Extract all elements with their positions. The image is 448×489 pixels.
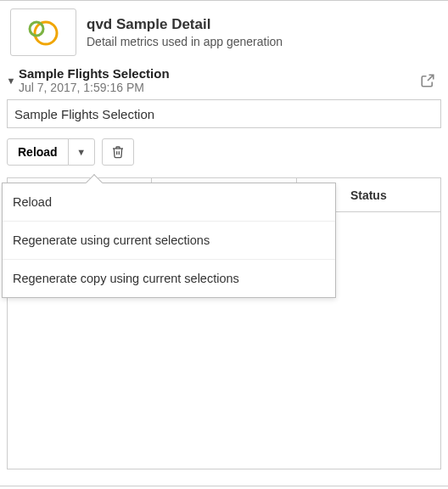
svg-point-0 (35, 22, 57, 44)
bottom-border (0, 486, 448, 489)
menu-item-reload[interactable]: Reload (3, 183, 335, 222)
app-icon (10, 8, 76, 56)
delete-button[interactable] (102, 138, 134, 166)
menu-item-regenerate-copy[interactable]: Regenerate copy using current selections (3, 260, 335, 297)
detail-title: Sample Flights Selection (19, 66, 417, 81)
name-input[interactable] (7, 99, 441, 128)
trash-icon (111, 145, 125, 159)
app-subtitle: Detail metrics used in app generation (87, 35, 283, 48)
reload-dropdown-toggle[interactable]: ▼ (68, 138, 95, 166)
reload-button[interactable]: Reload (7, 138, 69, 166)
detail-header-row: ▼ Sample Flights Selection Jul 7, 2017, … (0, 66, 448, 94)
app-title: qvd Sample Detail (87, 16, 283, 33)
app-header: qvd Sample Detail Detail metrics used in… (0, 2, 448, 63)
reload-split-button: Reload ▼ (7, 138, 95, 166)
reload-dropdown-menu: Reload Regenerate using current selectio… (2, 183, 336, 298)
menu-item-regenerate[interactable]: Regenerate using current selections (3, 222, 335, 260)
detail-timestamp: Jul 7, 2017, 1:59:16 PM (19, 81, 417, 94)
collapse-toggle-icon[interactable]: ▼ (3, 76, 19, 86)
open-external-icon[interactable] (417, 70, 438, 91)
actions-row: Reload ▼ (0, 128, 448, 172)
